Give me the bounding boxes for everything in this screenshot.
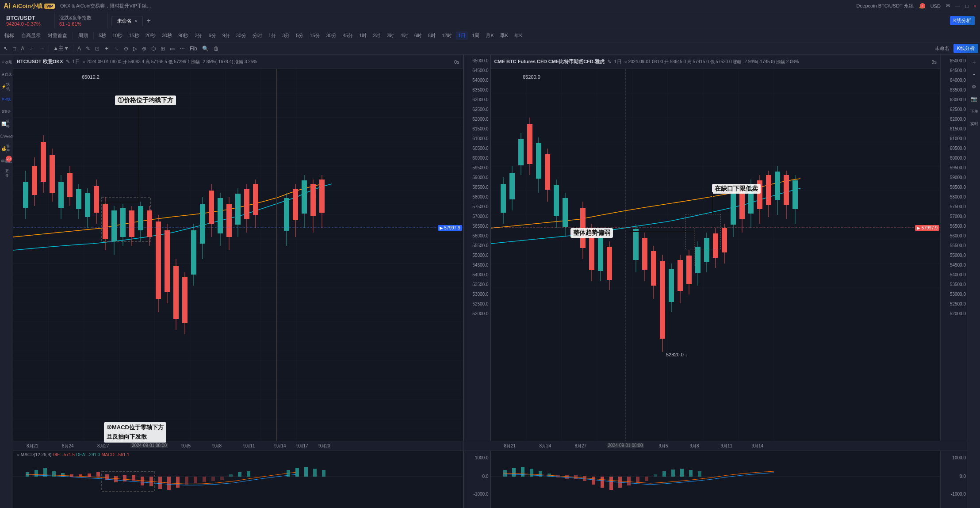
tf-quarterly[interactable]: 季K bbox=[498, 31, 510, 40]
sidebar-messages[interactable]: ✉29消息 bbox=[1, 156, 12, 166]
tf-45min[interactable]: 45分 bbox=[341, 31, 355, 40]
currency-selector[interactable]: USD bbox=[930, 4, 941, 9]
sidebar-strategy[interactable]: 📊策略 bbox=[1, 118, 12, 129]
search-area[interactable]: Deepcoin BTC/USDT 永续 bbox=[856, 3, 913, 9]
rs-realtime[interactable]: 实时 bbox=[969, 118, 980, 129]
tf-15s[interactable]: 15秒 bbox=[126, 31, 141, 40]
svg-rect-142 bbox=[669, 269, 674, 302]
k-analysis-btn[interactable]: K线分析 bbox=[950, 16, 975, 25]
tf-9min[interactable]: 9分 bbox=[220, 31, 232, 40]
draw-delete[interactable]: 🗑 bbox=[212, 45, 221, 53]
svg-rect-79 bbox=[293, 189, 298, 220]
minimize-btn[interactable]: — bbox=[955, 4, 960, 9]
draw-tool2[interactable]: ✎ bbox=[84, 45, 92, 53]
tf-12h[interactable]: 12时 bbox=[440, 31, 454, 40]
left-chart-edit-icon[interactable]: ✎ bbox=[66, 59, 70, 65]
draw-fib[interactable]: Fib bbox=[188, 45, 199, 53]
indicators-btn[interactable]: 指标 bbox=[2, 31, 17, 40]
sidebar-web3[interactable]: ⬡Web3 bbox=[1, 131, 12, 141]
symbol-index[interactable]: 涨跌&竞争指数 61 -1.61% bbox=[55, 12, 108, 29]
draw-cursor[interactable]: ↖ bbox=[2, 45, 10, 53]
tf-15min[interactable]: 15分 bbox=[307, 31, 322, 40]
right-chart-edit-icon[interactable]: ✎ bbox=[607, 59, 611, 65]
svg-rect-128 bbox=[598, 238, 603, 271]
draw-tool10[interactable]: ⊞ bbox=[159, 45, 167, 53]
compare-btn[interactable]: 对量首盘 bbox=[45, 31, 70, 40]
draw-tool9[interactable]: ⬡ bbox=[149, 45, 157, 53]
sidebar-watchlist[interactable]: ★自选 bbox=[1, 69, 12, 80]
tf-90s[interactable]: 90秒 bbox=[176, 31, 191, 40]
tf-10s[interactable]: 10秒 bbox=[110, 31, 125, 40]
annotation-price-below-ma: ①价格位于均线下方 bbox=[115, 95, 176, 105]
draw-text[interactable]: A bbox=[19, 45, 26, 53]
draw-tool1[interactable]: A bbox=[76, 45, 83, 53]
tf-5s[interactable]: 5秒 bbox=[96, 31, 108, 40]
rps-54500: 54500.0 bbox=[950, 263, 966, 267]
period-btn[interactable]: 周期 bbox=[76, 31, 91, 40]
bell-icon[interactable]: 🔔! bbox=[919, 3, 925, 9]
sidebar-assets[interactable]: 💰资产 bbox=[1, 143, 12, 154]
tf-1d[interactable]: 1日 bbox=[456, 31, 468, 40]
ps-56000: 56000.0 bbox=[472, 233, 488, 238]
ps-61000: 61000.0 bbox=[472, 136, 488, 141]
rps-58000: 58000.0 bbox=[950, 195, 966, 199]
sidebar-funds[interactable]: $资金 bbox=[1, 106, 12, 117]
tf-5min[interactable]: 5分 bbox=[294, 31, 306, 40]
draw-tool12[interactable]: ⋯ bbox=[178, 45, 187, 53]
close-btn[interactable]: × bbox=[974, 4, 976, 9]
tf-1h[interactable]: 1时 bbox=[357, 31, 369, 40]
rs-screenshot[interactable]: 📷 bbox=[969, 94, 980, 104]
rs-settings[interactable]: ⚙ bbox=[969, 81, 980, 92]
rs-order[interactable]: 下单 bbox=[969, 106, 980, 117]
chart-tab-unnamed[interactable]: 未命名 × bbox=[111, 16, 143, 26]
draw-tool6[interactable]: ⊙ bbox=[122, 45, 130, 53]
tf-30min2[interactable]: 30分 bbox=[324, 31, 339, 40]
tf-yearly[interactable]: 年K bbox=[512, 31, 524, 40]
tab-add-btn[interactable]: + bbox=[145, 17, 152, 25]
tf-30s[interactable]: 30秒 bbox=[160, 31, 174, 40]
draw-rect[interactable]: □ bbox=[11, 45, 18, 53]
tf-20s[interactable]: 20秒 bbox=[143, 31, 158, 40]
svg-rect-199 bbox=[247, 471, 250, 477]
left-chart-panel-num: 0s bbox=[454, 59, 459, 65]
rs-zoom-in[interactable]: + bbox=[969, 57, 980, 67]
draw-tool7[interactable]: ▷ bbox=[131, 45, 139, 53]
tf-1min[interactable]: 1分 bbox=[266, 31, 278, 40]
k-analysis-btn-draw[interactable]: K线分析 bbox=[953, 44, 978, 53]
tf-3min2[interactable]: 3分 bbox=[280, 31, 292, 40]
draw-tool4[interactable]: ✦ bbox=[103, 45, 111, 53]
sidebar-news[interactable]: ⚡快讯 bbox=[1, 81, 12, 92]
tf-monthly[interactable]: 月K bbox=[483, 31, 496, 40]
tf-3h[interactable]: 3时 bbox=[384, 31, 396, 40]
auto-high-btn[interactable]: 自高显示 bbox=[19, 31, 43, 40]
tf-1w[interactable]: 1周 bbox=[470, 31, 482, 40]
sidebar-more[interactable]: ⋯更多 bbox=[1, 168, 12, 179]
draw-line[interactable]: ⟋ bbox=[27, 45, 36, 53]
tf-4h[interactable]: 4时 bbox=[398, 31, 410, 40]
maximize-btn[interactable]: □ bbox=[965, 4, 969, 9]
symbol-btcusdt[interactable]: BTC/USDT 94204.0 -0.37% bbox=[2, 12, 55, 29]
tf-2h[interactable]: 2时 bbox=[371, 31, 383, 40]
rs-zoom-out[interactable]: - bbox=[969, 69, 980, 80]
draw-tool5[interactable]: ⟍ bbox=[112, 45, 121, 53]
tf-6min[interactable]: 6分 bbox=[207, 31, 218, 40]
draw-tool11[interactable]: ▭ bbox=[168, 45, 176, 53]
draw-arrow[interactable]: → bbox=[38, 45, 46, 53]
draw-tool8[interactable]: ⊕ bbox=[140, 45, 148, 53]
rps-61000: 61000.0 bbox=[950, 136, 966, 141]
tf-minute[interactable]: 分时 bbox=[250, 31, 264, 40]
sidebar-favorites[interactable]: ☆收藏 bbox=[1, 57, 12, 67]
tf-6h[interactable]: 6时 bbox=[412, 31, 424, 40]
svg-text:65010.2: 65010.2 bbox=[82, 74, 100, 80]
tf-8h[interactable]: 8时 bbox=[426, 31, 438, 40]
message-icon[interactable]: ✉ bbox=[946, 3, 950, 9]
index-price: 61 -1.61% bbox=[59, 21, 103, 27]
draw-tool3[interactable]: ⊡ bbox=[93, 45, 101, 53]
draw-filter[interactable]: 🔍 bbox=[200, 45, 211, 53]
draw-main-switch[interactable]: ▲主▼ bbox=[51, 44, 71, 53]
sidebar-kline[interactable]: KK线 bbox=[1, 94, 12, 104]
tf-3min[interactable]: 3分 bbox=[192, 31, 204, 40]
tab-close-icon[interactable]: × bbox=[134, 18, 137, 23]
tf-30min[interactable]: 30分 bbox=[234, 31, 249, 40]
right-time-axis: 8月21 8月24 8月27 2024-09-01 08:00 9月5 9月8 … bbox=[491, 441, 941, 451]
